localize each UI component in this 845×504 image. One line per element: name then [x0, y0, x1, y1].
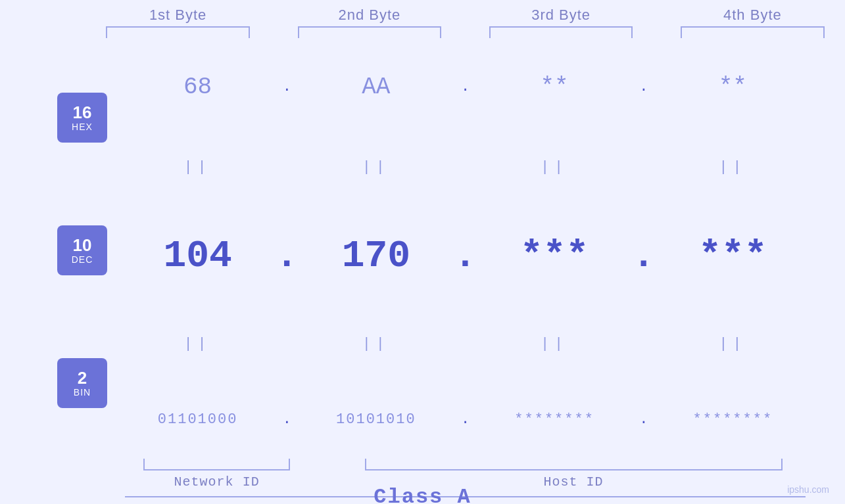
dec-badge-num: 10 [73, 236, 92, 255]
bottom-spacer [39, 459, 125, 490]
top-bracket-1 [106, 26, 249, 38]
dec-badge: 10 DEC [57, 225, 107, 275]
network-id-bracket: Network ID [125, 459, 308, 490]
hex-badge: 16 HEX [57, 93, 107, 143]
byte4-header: 4th Byte [657, 7, 845, 24]
host-id-label: Host ID [544, 474, 604, 490]
bin-dot2: . [449, 411, 482, 428]
class-row: Class A [39, 496, 806, 497]
bin-badge: 2 BIN [57, 358, 107, 408]
byte1-header: 1st Byte [82, 7, 274, 24]
equals-row-2: || || || || [125, 334, 806, 354]
dec-dot2: . [449, 235, 482, 277]
hex-dot2: . [449, 79, 482, 95]
dec-b4: *** [660, 235, 806, 277]
eq1-b3: || [482, 159, 627, 175]
bracket-cell-3 [466, 26, 657, 38]
hex-badge-num: 16 [73, 103, 92, 122]
host-bracket-line [365, 459, 783, 470]
hex-badge-base: HEX [72, 122, 93, 132]
dec-b1: 104 [125, 235, 270, 277]
bin-badge-base: BIN [74, 387, 91, 398]
eq1-b2: || [303, 159, 448, 175]
bracket-cell-2 [274, 26, 465, 38]
top-bracket-3 [489, 26, 633, 38]
class-a-label: Class A [374, 485, 471, 505]
hex-row: 68 . AA . ** . ** [125, 74, 806, 101]
hex-dot1: . [270, 79, 303, 95]
bin-badge-num: 2 [78, 369, 87, 388]
hex-b3: ** [482, 74, 627, 101]
page-container: 1st Byte 2nd Byte 3rd Byte 4th Byte 16 H… [0, 0, 845, 504]
top-brackets [82, 26, 845, 38]
top-bracket-4 [681, 26, 824, 38]
eq1-b4: || [660, 159, 806, 175]
dec-b2: 170 [303, 235, 448, 277]
top-bracket-2 [298, 26, 441, 38]
data-rows: 68 . AA . ** . ** || || || || 104 [125, 45, 806, 456]
hex-b2: AA [303, 74, 448, 101]
bin-b1: 01101000 [125, 411, 270, 428]
network-id-label: Network ID [174, 474, 260, 490]
bin-row: 01101000 . 10101010 . ******** . *******… [125, 411, 806, 428]
hex-b4: ** [660, 74, 806, 101]
dec-b3: *** [482, 235, 627, 277]
byte2-header: 2nd Byte [274, 7, 465, 24]
bracket-cell-4 [657, 26, 845, 38]
labels-column: 16 HEX 10 DEC 2 BIN [39, 45, 125, 456]
content-area: 16 HEX 10 DEC 2 BIN 68 . AA . ** . ** [39, 45, 806, 456]
eq2-b4: || [660, 336, 806, 352]
eq2-b3: || [482, 336, 627, 352]
bin-b3: ******** [482, 411, 627, 428]
watermark: ipshu.com [787, 484, 829, 495]
hex-dot3: . [627, 79, 660, 95]
network-bracket-line [143, 459, 290, 470]
bin-dot3: . [627, 411, 660, 428]
eq2-b2: || [303, 336, 448, 352]
bin-dot1: . [270, 411, 303, 428]
hex-b1: 68 [125, 74, 270, 101]
dec-row: 104 . 170 . *** . *** [125, 235, 806, 277]
eq1-b1: || [125, 159, 270, 175]
dec-dot1: . [270, 235, 303, 277]
equals-row-1: || || || || [125, 158, 806, 177]
byte-headers: 1st Byte 2nd Byte 3rd Byte 4th Byte [82, 7, 845, 24]
eq2-b1: || [125, 336, 270, 352]
dec-dot3: . [627, 235, 660, 277]
dot-spacer [308, 459, 341, 490]
bin-b2: 10101010 [303, 411, 448, 428]
bracket-cell-1 [82, 26, 274, 38]
byte3-header: 3rd Byte [466, 7, 657, 24]
dec-badge-base: DEC [72, 254, 93, 265]
bin-b4: ******** [660, 411, 806, 428]
